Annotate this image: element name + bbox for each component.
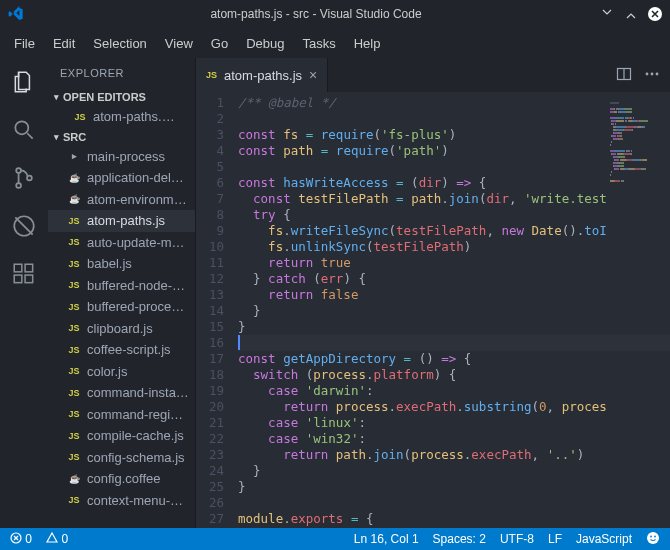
js-file-icon: JS bbox=[66, 452, 82, 462]
extensions-icon[interactable] bbox=[10, 260, 38, 288]
js-file-icon: JS bbox=[72, 112, 88, 122]
js-file-icon: JS bbox=[66, 431, 82, 441]
file-tree-item[interactable]: JSatom-paths.js bbox=[48, 210, 195, 232]
file-label: atom-paths.js bbox=[87, 213, 165, 228]
menu-edit[interactable]: Edit bbox=[45, 32, 83, 55]
menu-debug[interactable]: Debug bbox=[238, 32, 292, 55]
menu-view[interactable]: View bbox=[157, 32, 201, 55]
svg-rect-6 bbox=[14, 275, 22, 283]
debug-icon[interactable] bbox=[10, 212, 38, 240]
file-label: babel.js bbox=[87, 256, 132, 271]
file-tree-item[interactable]: ▸main-process bbox=[48, 146, 195, 168]
file-tree-item[interactable]: ☕config.coffee bbox=[48, 468, 195, 490]
file-tree-item[interactable]: JSbuffered-proce… bbox=[48, 296, 195, 318]
menubar: FileEditSelectionViewGoDebugTasksHelp bbox=[0, 28, 670, 58]
feedback-icon[interactable] bbox=[646, 531, 660, 548]
window-title: atom-paths.js - src - Visual Studio Code bbox=[32, 7, 600, 21]
sidebar-title: EXPLORER bbox=[48, 58, 195, 88]
js-file-icon: JS bbox=[66, 388, 82, 398]
svg-point-0 bbox=[15, 121, 28, 134]
file-tree-item[interactable]: JScoffee-script.js bbox=[48, 339, 195, 361]
tab-bar: JS atom-paths.js × bbox=[196, 58, 670, 92]
js-file-icon: JS bbox=[66, 216, 82, 226]
file-tree-item[interactable]: ☕application-del… bbox=[48, 167, 195, 189]
svg-point-3 bbox=[27, 176, 32, 181]
folder-icon: ▸ bbox=[66, 151, 82, 161]
code-content[interactable]: /** @babel */const fs = require('fs-plus… bbox=[238, 92, 670, 528]
js-file-icon: JS bbox=[66, 302, 82, 312]
cursor-position[interactable]: Ln 16, Col 1 bbox=[354, 532, 419, 546]
editor-tab[interactable]: JS atom-paths.js × bbox=[196, 58, 328, 92]
close-tab-icon[interactable]: × bbox=[309, 67, 317, 83]
minimize-button[interactable] bbox=[600, 7, 614, 21]
file-tree-item[interactable]: JScommand-insta… bbox=[48, 382, 195, 404]
encoding[interactable]: UTF-8 bbox=[500, 532, 534, 546]
file-label: config.coffee bbox=[87, 471, 160, 486]
eol[interactable]: LF bbox=[548, 532, 562, 546]
svg-point-14 bbox=[647, 532, 659, 544]
menu-help[interactable]: Help bbox=[346, 32, 389, 55]
coffee-file-icon: ☕ bbox=[66, 194, 82, 204]
minimap[interactable] bbox=[610, 92, 670, 528]
coffee-file-icon: ☕ bbox=[66, 173, 82, 183]
file-tree-item[interactable]: ☕atom-environm… bbox=[48, 189, 195, 211]
split-editor-icon[interactable] bbox=[616, 66, 632, 85]
file-tree-item[interactable]: JSbuffered-node-… bbox=[48, 275, 195, 297]
menu-go[interactable]: Go bbox=[203, 32, 236, 55]
editor[interactable]: 1234567891011121314151617181920212223242… bbox=[196, 92, 670, 528]
menu-file[interactable]: File bbox=[6, 32, 43, 55]
menu-tasks[interactable]: Tasks bbox=[294, 32, 343, 55]
file-label: context-menu-… bbox=[87, 493, 183, 508]
line-numbers: 1234567891011121314151617181920212223242… bbox=[196, 92, 238, 528]
svg-rect-8 bbox=[25, 264, 33, 272]
js-file-icon: JS bbox=[66, 409, 82, 419]
svg-point-1 bbox=[16, 168, 21, 173]
file-tree-item[interactable]: JScolor.js bbox=[48, 361, 195, 383]
source-control-icon[interactable] bbox=[10, 164, 38, 192]
file-label: buffered-node-… bbox=[87, 278, 185, 293]
file-tree-item[interactable]: JScommand-regi… bbox=[48, 404, 195, 426]
activity-bar bbox=[0, 58, 48, 528]
file-tree-item[interactable]: JSclipboard.js bbox=[48, 318, 195, 340]
svg-point-12 bbox=[656, 72, 659, 75]
svg-point-11 bbox=[651, 72, 654, 75]
svg-point-16 bbox=[654, 535, 656, 537]
language-mode[interactable]: JavaScript bbox=[576, 532, 632, 546]
js-file-icon: JS bbox=[66, 323, 82, 333]
file-label: clipboard.js bbox=[87, 321, 153, 336]
file-tree-item[interactable]: JScontext-menu-… bbox=[48, 490, 195, 512]
file-label: main-process bbox=[87, 149, 165, 164]
open-editor-item[interactable]: JS atom-paths.… bbox=[48, 106, 195, 128]
file-tree-item[interactable]: JSbabel.js bbox=[48, 253, 195, 275]
close-button[interactable] bbox=[648, 7, 662, 21]
file-tree-item[interactable]: JScompile-cache.js bbox=[48, 425, 195, 447]
indentation[interactable]: Spaces: 2 bbox=[433, 532, 486, 546]
editor-area: JS atom-paths.js × 123456789101112131415… bbox=[196, 58, 670, 528]
file-tree-item[interactable]: JSauto-update-m… bbox=[48, 232, 195, 254]
file-label: atom-environm… bbox=[87, 192, 187, 207]
svg-point-10 bbox=[646, 72, 649, 75]
status-bar: 0 0 Ln 16, Col 1 Spaces: 2 UTF-8 LF Java… bbox=[0, 528, 670, 550]
src-section[interactable]: ▾SRC bbox=[48, 128, 195, 146]
file-label: command-insta… bbox=[87, 385, 189, 400]
file-label: config-schema.js bbox=[87, 450, 185, 465]
menu-selection[interactable]: Selection bbox=[85, 32, 154, 55]
file-label: coffee-script.js bbox=[87, 342, 171, 357]
file-tree-item[interactable]: JSconfig-schema.js bbox=[48, 447, 195, 469]
vscode-logo-icon bbox=[8, 6, 24, 22]
js-file-icon: JS bbox=[66, 366, 82, 376]
svg-point-2 bbox=[16, 183, 21, 188]
js-file-icon: JS bbox=[66, 259, 82, 269]
open-editors-section[interactable]: ▾OPEN EDITORS bbox=[48, 88, 195, 106]
maximize-button[interactable] bbox=[624, 7, 638, 21]
svg-rect-5 bbox=[14, 264, 22, 272]
more-actions-icon[interactable] bbox=[644, 66, 660, 85]
coffee-file-icon: ☕ bbox=[66, 474, 82, 484]
titlebar: atom-paths.js - src - Visual Studio Code bbox=[0, 0, 670, 28]
search-icon[interactable] bbox=[10, 116, 38, 144]
explorer-icon[interactable] bbox=[10, 68, 38, 96]
errors-indicator[interactable]: 0 bbox=[10, 532, 32, 546]
js-file-icon: JS bbox=[66, 495, 82, 505]
warnings-indicator[interactable]: 0 bbox=[46, 532, 68, 546]
js-file-icon: JS bbox=[66, 237, 82, 247]
